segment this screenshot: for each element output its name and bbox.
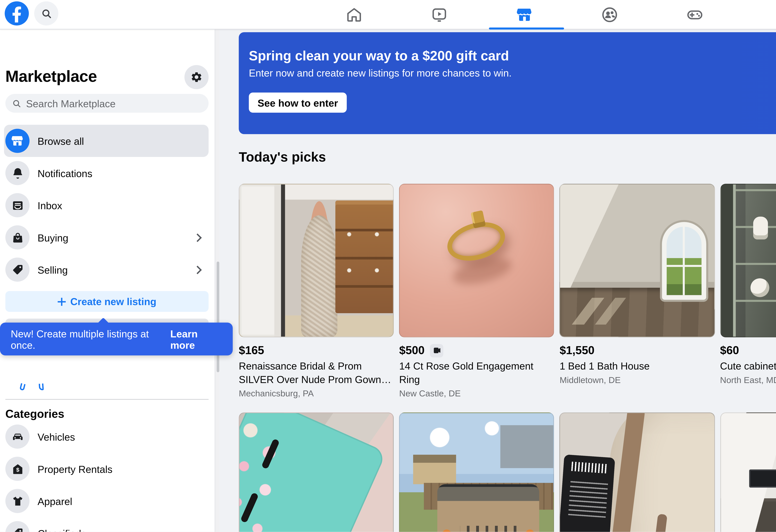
gaming-icon — [686, 6, 703, 23]
listing-card[interactable] — [239, 412, 394, 532]
listing-image-gold-ring[interactable] — [399, 184, 554, 337]
categories-list: Vehicles $ Property Rentals Apparel — [5, 420, 209, 532]
price-tag-icon — [5, 257, 30, 282]
search-icon — [12, 98, 21, 108]
listing-card[interactable]: $1,550 1 Bed 1 Bath House Middletown, DE — [560, 184, 715, 400]
tab-groups[interactable] — [567, 0, 652, 29]
category-classifieds[interactable]: Classifieds — [5, 517, 209, 532]
listing-price: $500 — [399, 343, 424, 358]
video-badge — [430, 344, 443, 357]
listings-row-2 — [239, 412, 776, 532]
marketplace-search-input[interactable] — [26, 98, 202, 109]
sidebar-scrollbar[interactable] — [215, 29, 219, 532]
learn-more-link[interactable]: Learn more — [170, 328, 222, 350]
header-search-button[interactable] — [34, 1, 58, 26]
svg-text:$: $ — [16, 466, 19, 473]
banner-title: Spring clean your way to a $200 gift car… — [249, 48, 509, 64]
create-new-listing-label: Create new listing — [70, 296, 157, 307]
obscured-link-fragment — [19, 383, 26, 391]
listing-title: Renaissance Bridal & Prom SILVER Over Nu… — [239, 359, 394, 386]
sidebar-item-inbox[interactable]: Inbox — [5, 189, 209, 221]
category-label: Classifieds — [37, 528, 86, 532]
home-icon — [345, 6, 362, 23]
category-apparel[interactable]: Apparel — [5, 485, 209, 517]
category-label: Vehicles — [37, 431, 75, 442]
scrollbar-thumb[interactable] — [216, 261, 219, 372]
listing-card[interactable]: $60 Cute cabinet North East, MD — [720, 184, 776, 400]
car-icon — [5, 424, 30, 449]
video-watch-icon — [430, 6, 447, 23]
listing-image-suv[interactable] — [399, 412, 554, 532]
listing-image-cabinet[interactable] — [720, 184, 776, 337]
tooltip-text: New! Create multiple listings at once. — [11, 328, 167, 350]
active-tab-indicator — [489, 27, 564, 29]
promo-banner: Spring clean your way to a $200 gift car… — [239, 32, 776, 134]
sidebar-divider — [5, 399, 209, 400]
marketplace-sidebar: Marketplace Browse all — [0, 29, 215, 532]
categories-heading: Categories — [5, 408, 64, 421]
listing-image-living-room[interactable] — [720, 412, 776, 532]
sidebar-item-label: Inbox — [37, 200, 62, 211]
sidebar-item-buying[interactable]: Buying — [5, 221, 209, 253]
tab-marketplace[interactable] — [481, 0, 567, 29]
category-label: Property Rentals — [37, 463, 113, 475]
listing-card[interactable] — [399, 412, 554, 532]
bell-icon — [5, 161, 30, 185]
listing-title: Cute cabinet — [720, 359, 776, 373]
category-property-rentals[interactable]: $ Property Rentals — [5, 453, 209, 485]
chevron-right-icon — [193, 233, 202, 242]
listing-location: Middletown, DE — [560, 374, 715, 386]
listing-price: $60 — [720, 343, 739, 358]
shopping-bag-icon — [5, 225, 30, 249]
main-content: Spring clean your way to a $200 gift car… — [219, 29, 776, 532]
tab-video[interactable] — [396, 0, 481, 29]
marketplace-settings-button[interactable] — [184, 65, 209, 89]
sidebar-item-label: Selling — [37, 264, 68, 275]
sidebar-item-label: Buying — [37, 232, 68, 243]
category-vehicles[interactable]: Vehicles — [5, 420, 209, 453]
listing-title: 1 Bed 1 Bath House — [560, 359, 715, 373]
sidebar-item-browse-all[interactable]: Browse all — [4, 125, 209, 157]
listing-price: $165 — [239, 343, 264, 358]
section-title: Today's picks — [239, 150, 326, 165]
listing-image-house-interior[interactable] — [560, 184, 715, 337]
see-how-to-enter-button[interactable]: See how to enter — [249, 93, 347, 113]
listing-card[interactable] — [560, 412, 715, 532]
storefront-icon — [5, 129, 30, 153]
listing-image-prom-gown[interactable] — [239, 184, 394, 337]
listing-image-backpack[interactable] — [560, 412, 715, 532]
facebook-logo[interactable] — [5, 1, 29, 26]
listing-location: Mechanicsburg, PA — [239, 388, 394, 400]
tab-home[interactable] — [311, 0, 396, 29]
marketplace-icon — [516, 6, 533, 23]
header-tabs — [311, 0, 737, 29]
marketplace-search-bar[interactable] — [5, 94, 209, 113]
page-title: Marketplace — [5, 67, 97, 86]
video-camera-icon — [432, 346, 441, 355]
inbox-tray-icon — [5, 193, 30, 217]
t-shirt-icon — [5, 489, 30, 513]
category-label: Apparel — [37, 495, 72, 507]
listing-price: $1,550 — [560, 343, 595, 358]
plus-icon — [57, 298, 66, 306]
listings-row-1: $165 Renaissance Bridal & Prom SILVER Ov… — [239, 184, 776, 400]
sidebar-menu: Browse all Notifications — [5, 125, 209, 286]
listing-card[interactable]: $165 Renaissance Bridal & Prom SILVER Ov… — [239, 184, 394, 400]
create-new-listing-button[interactable]: Create new listing — [5, 291, 209, 312]
chevron-right-icon — [193, 265, 202, 274]
listing-location: North East, MD — [720, 374, 776, 386]
obscured-link-fragment — [39, 383, 44, 390]
listing-image-nintendo-switch[interactable] — [239, 412, 394, 532]
listing-title: 14 Ct Rose Gold Engagement Ring — [399, 359, 554, 386]
listing-card[interactable] — [720, 412, 776, 532]
groups-icon — [601, 6, 618, 23]
search-icon — [40, 8, 52, 19]
sidebar-item-selling[interactable]: Selling — [5, 253, 209, 286]
new-feature-tooltip[interactable]: New! Create multiple listings at once. L… — [0, 323, 233, 356]
tab-gaming[interactable] — [652, 0, 737, 29]
gear-icon — [190, 70, 203, 84]
sidebar-item-label: Notifications — [37, 167, 92, 179]
banner-subtitle: Enter now and create new listings for mo… — [249, 67, 512, 78]
listing-card[interactable]: $500 14 Ct Rose Gold Engagement Ring New… — [399, 184, 554, 400]
sidebar-item-notifications[interactable]: Notifications — [5, 157, 209, 189]
